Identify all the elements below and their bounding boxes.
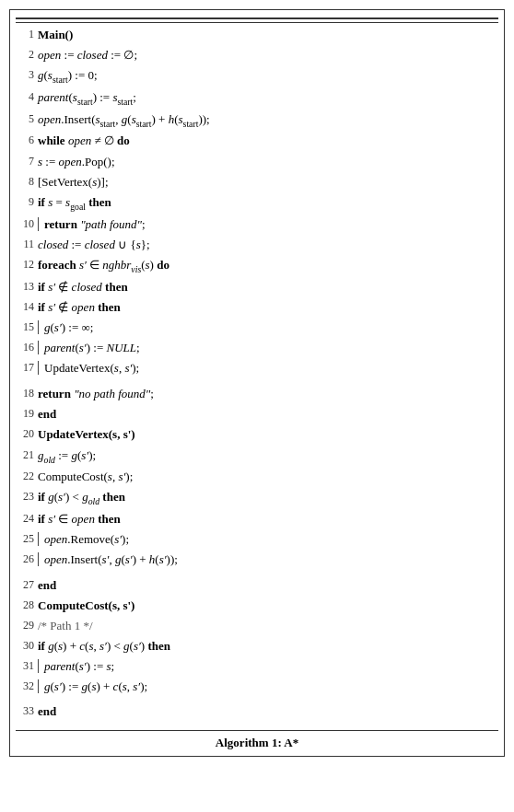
algorithm-caption: Algorithm 1: A* (16, 730, 498, 750)
line-number: 2 (16, 45, 36, 65)
line-number: 27 (16, 575, 36, 596)
line-number: 29 (16, 616, 36, 636)
line-number: 11 (16, 235, 36, 255)
line-number: 30 (16, 636, 36, 656)
line-number: 9 (16, 192, 36, 215)
line-text: [SetVertex(s)]; (36, 172, 498, 192)
line-number: 16 (16, 338, 36, 358)
line-2: 2 open := closed := ∅; (16, 45, 498, 65)
line-8: 8 [SetVertex(s)]; (16, 172, 498, 192)
algorithm-table: 1 Main() 2 open := closed := ∅; 3 g(ssta… (16, 25, 498, 723)
line-text: end (36, 404, 498, 424)
line-number: 32 (16, 677, 36, 697)
line-text: g(sstart) := 0; (36, 65, 498, 87)
line-number: 21 (16, 446, 36, 468)
line-number: 6 (16, 131, 36, 151)
line-text: /* Path 1 */ (36, 616, 498, 636)
line-text: ComputeCost(s, s') (36, 596, 498, 616)
line-number: 15 (16, 318, 36, 338)
caption-text: Algorithm 1: A* (216, 736, 298, 749)
line-text: parent(s′) := NULL; (36, 338, 498, 358)
line-number: 17 (16, 358, 36, 378)
line-text: if s′ ∈ open then (36, 509, 498, 529)
line-number: 1 (16, 25, 36, 45)
line-number: 20 (16, 424, 36, 445)
line-13: 13 if s′ ∉ closed then (16, 277, 498, 297)
line-number: 14 (16, 297, 36, 318)
line-number: 7 (16, 152, 36, 172)
line-25: 25 open.Remove(s′); (16, 529, 498, 550)
line-28: 28 ComputeCost(s, s') (16, 596, 498, 616)
line-number: 18 (16, 384, 36, 404)
line-11: 11 closed := closed ∪ {s}; (16, 235, 498, 255)
line-text: while open ≠ ∅ do (36, 131, 498, 151)
line-text: if s′ ∉ closed then (36, 277, 498, 297)
line-number: 31 (16, 656, 36, 677)
line-text: g(s′) := ∞; (36, 318, 498, 338)
line-text: parent(sstart) := sstart; (36, 87, 498, 110)
line-number: 8 (16, 172, 36, 192)
line-1: 1 Main() (16, 25, 498, 45)
line-number: 10 (16, 215, 36, 235)
line-30: 30 if g(s) + c(s, s′) < g(s′) then (16, 636, 498, 656)
line-text: UpdateVertex(s, s') (36, 424, 498, 445)
line-text: return "no path found"; (36, 384, 498, 404)
line-text: g(s′) := g(s) + c(s, s′); (36, 677, 498, 697)
line-number: 5 (16, 110, 36, 132)
line-29: 29 /* Path 1 */ (16, 616, 498, 636)
line-text: foreach s′ ∈ nghbrvis(s) do (36, 255, 498, 277)
line-17: 17 UpdateVertex(s, s′); (16, 358, 498, 378)
line-text: open.Insert(s′, g(s′) + h(s′)); (36, 550, 498, 570)
line-33: 33 end (16, 702, 498, 722)
line-text: if g(s) + c(s, s′) < g(s′) then (36, 636, 498, 656)
line-12: 12 foreach s′ ∈ nghbrvis(s) do (16, 255, 498, 277)
line-text: closed := closed ∪ {s}; (36, 235, 498, 255)
line-number: 13 (16, 277, 36, 297)
line-text: open.Remove(s′); (36, 529, 498, 550)
line-number: 19 (16, 404, 36, 424)
line-3: 3 g(sstart) := 0; (16, 65, 498, 87)
line-number: 12 (16, 255, 36, 277)
line-number: 4 (16, 87, 36, 110)
line-7: 7 s := open.Pop(); (16, 152, 498, 172)
line-number: 23 (16, 487, 36, 509)
line-31: 31 parent(s′) := s; (16, 656, 498, 677)
line-16: 16 parent(s′) := NULL; (16, 338, 498, 358)
line-number: 25 (16, 529, 36, 550)
line-19: 19 end (16, 404, 498, 424)
line-number: 24 (16, 509, 36, 529)
line-26: 26 open.Insert(s′, g(s′) + h(s′)); (16, 550, 498, 570)
line-text: ComputeCost(s, s′); (36, 467, 498, 487)
line-text: parent(s′) := s; (36, 656, 498, 677)
line-text: UpdateVertex(s, s′); (36, 358, 498, 378)
line-6: 6 while open ≠ ∅ do (16, 131, 498, 151)
line-18: 18 return "no path found"; (16, 384, 498, 404)
line-number: 26 (16, 550, 36, 570)
line-text: end (36, 575, 498, 596)
line-number: 33 (16, 702, 36, 722)
line-text: Main() (36, 25, 498, 45)
line-text: gold := g(s′); (36, 446, 498, 468)
line-number: 3 (16, 65, 36, 87)
line-15: 15 g(s′) := ∞; (16, 318, 498, 338)
line-14: 14 if s′ ∉ open then (16, 297, 498, 318)
line-23: 23 if g(s′) < gold then (16, 487, 498, 509)
line-number: 28 (16, 596, 36, 616)
line-9: 9 if s = sgoal then (16, 192, 498, 215)
line-27: 27 end (16, 575, 498, 596)
line-21: 21 gold := g(s′); (16, 446, 498, 468)
line-5: 5 open.Insert(sstart, g(sstart) + h(ssta… (16, 110, 498, 132)
line-text: if g(s′) < gold then (36, 487, 498, 509)
line-number: 22 (16, 467, 36, 487)
line-text: end (36, 702, 498, 722)
line-22: 22 ComputeCost(s, s′); (16, 467, 498, 487)
line-text: open := closed := ∅; (36, 45, 498, 65)
line-text: return "path found"; (36, 215, 498, 235)
line-text: if s = sgoal then (36, 192, 498, 215)
line-text: if s′ ∉ open then (36, 297, 498, 318)
line-text: open.Insert(sstart, g(sstart) + h(sstart… (36, 110, 498, 132)
line-text: s := open.Pop(); (36, 152, 498, 172)
line-4: 4 parent(sstart) := sstart; (16, 87, 498, 110)
algorithm-box: 1 Main() 2 open := closed := ∅; 3 g(ssta… (9, 9, 505, 757)
line-10: 10 return "path found"; (16, 215, 498, 235)
